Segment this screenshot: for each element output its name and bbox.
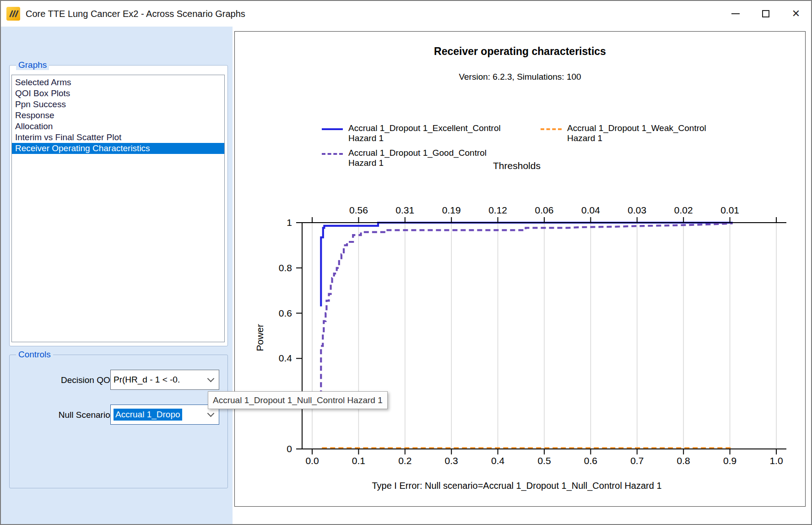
x-tick-label: 0.6	[584, 455, 597, 466]
null-scenario-value: Accrual 1_Dropo	[114, 409, 182, 421]
x-tick-label: 0.3	[445, 455, 458, 466]
threshold-tick-label: 0.01	[720, 205, 739, 215]
window-controls: ✕	[720, 1, 811, 27]
window-title: Core TTE Lung Cancer Ex2 - Across Scenar…	[26, 9, 245, 19]
x-tick-label: 0.8	[677, 455, 690, 466]
null-scenario-combobox[interactable]: Accrual 1_Dropo	[110, 405, 219, 425]
graphs-listbox[interactable]: Selected ArmsQOI Box PlotsPpn SuccessRes…	[11, 75, 225, 342]
maximize-icon	[762, 10, 769, 17]
x-tick-label: 1.0	[769, 455, 783, 466]
x-tick-label: 0.1	[352, 455, 365, 466]
chevron-down-icon	[207, 375, 215, 382]
y-tick-label: 0	[287, 443, 292, 454]
list-item[interactable]: Ppn Success	[12, 99, 224, 110]
y-tick-label: 0.4	[279, 353, 292, 363]
graphs-groupbox: Graphs Selected ArmsQOI Box PlotsPpn Suc…	[9, 65, 228, 346]
decision-qoi-label: Decision QOI	[28, 375, 113, 385]
threshold-tick-label: 0.03	[628, 205, 646, 215]
x-tick-label: 0.5	[537, 455, 551, 466]
x-tick-label: 0.7	[630, 455, 644, 466]
list-item[interactable]: Receiver Operating Characteristics	[12, 143, 224, 154]
list-item[interactable]: Interim vs Final Scatter Plot	[12, 132, 224, 143]
y-tick-label: 0.6	[279, 308, 292, 318]
x-tick-label: 0.2	[398, 455, 411, 466]
threshold-tick-label: 0.06	[535, 205, 554, 215]
roc-curve	[321, 223, 732, 306]
minimize-icon	[731, 13, 740, 14]
null-scenario-tooltip: Accrual 1_Dropout 1_Null_Control Hazard …	[208, 391, 388, 409]
y-tick-label: 0.8	[279, 262, 292, 273]
chevron-down-icon	[207, 410, 215, 417]
x-tick-label: 0.0	[305, 455, 319, 466]
threshold-tick-label: 0.12	[488, 205, 507, 215]
x-tick-label: 0.4	[491, 455, 505, 466]
controls-groupbox: Controls Decision QOI Pr(HR_d - 1 < -0. …	[9, 355, 228, 488]
maximize-button[interactable]	[751, 1, 781, 27]
close-button[interactable]: ✕	[781, 1, 811, 27]
null-scenario-label: Null Scenario:	[28, 410, 113, 420]
threshold-tick-label: 0.31	[395, 205, 414, 215]
threshold-tick-label: 0.04	[581, 205, 600, 215]
controls-group-label: Controls	[16, 350, 53, 360]
decision-qoi-combobox[interactable]: Pr(HR_d - 1 < -0.	[110, 370, 219, 390]
list-item[interactable]: Allocation	[12, 121, 224, 132]
minimize-button[interactable]	[720, 1, 751, 27]
threshold-tick-label: 0.02	[674, 205, 693, 215]
app-window: Core TTE Lung Cancer Ex2 - Across Scenar…	[0, 0, 812, 525]
title-bar: Core TTE Lung Cancer Ex2 - Across Scenar…	[1, 1, 811, 27]
y-axis-title: Power	[254, 324, 265, 351]
close-icon: ✕	[792, 9, 800, 19]
roc-curve	[321, 224, 732, 404]
chart-panel: Receiver operating characteristics Versi…	[234, 31, 806, 507]
list-item[interactable]: Response	[12, 110, 224, 121]
roc-plot: 0.560.310.190.120.060.040.030.020.010.00…	[235, 32, 806, 507]
left-panel: Graphs Selected ArmsQOI Box PlotsPpn Suc…	[1, 27, 233, 524]
app-logo-icon	[6, 7, 20, 21]
top-axis-title: Thresholds	[493, 160, 541, 171]
list-item[interactable]: Selected Arms	[12, 77, 224, 88]
y-tick-label: 1	[287, 217, 292, 228]
x-axis-caption: Type I Error: Null scenario=Accrual 1_Dr…	[372, 481, 661, 491]
threshold-tick-label: 0.19	[442, 205, 461, 215]
list-item[interactable]: QOI Box Plots	[12, 88, 224, 99]
threshold-tick-label: 0.56	[349, 205, 368, 215]
graphs-group-label: Graphs	[16, 60, 49, 70]
decision-qoi-value: Pr(HR_d - 1 < -0.	[114, 375, 180, 385]
x-tick-label: 0.9	[723, 455, 736, 466]
